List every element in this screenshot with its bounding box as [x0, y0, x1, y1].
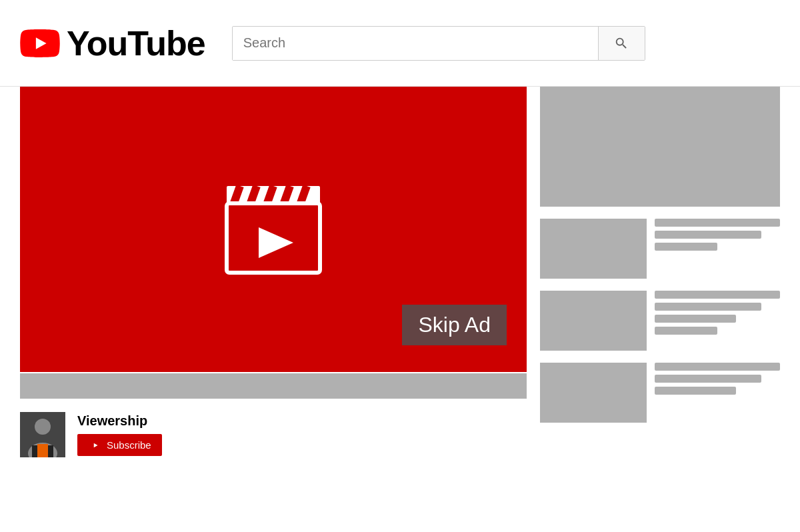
channel-details: Viewership Subscribe: [77, 413, 162, 456]
search-button[interactable]: [598, 27, 645, 60]
channel-info: Viewership Subscribe: [20, 412, 527, 457]
sidebar-meta: [655, 291, 780, 351]
meta-line-3: [655, 387, 736, 395]
main-content: Skip Ad View: [0, 87, 800, 457]
meta-line-1: [655, 219, 780, 227]
meta-line-2: [655, 303, 761, 311]
meta-line-3: [655, 243, 717, 251]
meta-line-3: [655, 315, 736, 323]
youtube-title: YouTube: [67, 23, 205, 63]
subscribe-label: Subscribe: [107, 439, 151, 451]
avatar-svg: [20, 412, 65, 457]
meta-line-2: [655, 375, 761, 383]
video-section: Skip Ad View: [20, 87, 527, 457]
avatar: [20, 412, 65, 457]
meta-line-2: [655, 231, 761, 239]
sidebar-item[interactable]: [540, 291, 780, 351]
sidebar-item[interactable]: [540, 219, 780, 279]
sidebar-item[interactable]: [540, 363, 780, 423]
sidebar-thumb: [540, 291, 647, 351]
svg-point-9: [35, 419, 51, 435]
meta-line-4: [655, 327, 717, 335]
sidebar-banner-ad: [540, 87, 780, 207]
subscribe-yt-icon: [88, 440, 103, 451]
video-progress-bar[interactable]: [20, 373, 527, 399]
meta-line-1: [655, 291, 780, 299]
logo-area: YouTube: [20, 23, 205, 63]
youtube-logo-icon: [20, 29, 60, 57]
avatar-image: [20, 412, 65, 457]
search-icon: [614, 36, 629, 51]
subscribe-button[interactable]: Subscribe: [77, 434, 162, 456]
svg-marker-7: [259, 227, 293, 258]
channel-name: Viewership: [77, 413, 162, 429]
search-bar[interactable]: [232, 26, 645, 61]
header: YouTube: [0, 0, 800, 87]
skip-ad-button[interactable]: Skip Ad: [402, 305, 507, 345]
video-player[interactable]: Skip Ad: [20, 87, 527, 372]
meta-line-1: [655, 363, 780, 371]
sidebar-meta: [655, 363, 780, 423]
sidebar-thumb: [540, 363, 647, 423]
film-clapper-icon: [220, 179, 327, 279]
svg-rect-13: [37, 444, 48, 457]
sidebar: [540, 87, 780, 457]
sidebar-meta: [655, 219, 780, 279]
search-input[interactable]: [233, 27, 598, 60]
sidebar-thumb: [540, 219, 647, 279]
